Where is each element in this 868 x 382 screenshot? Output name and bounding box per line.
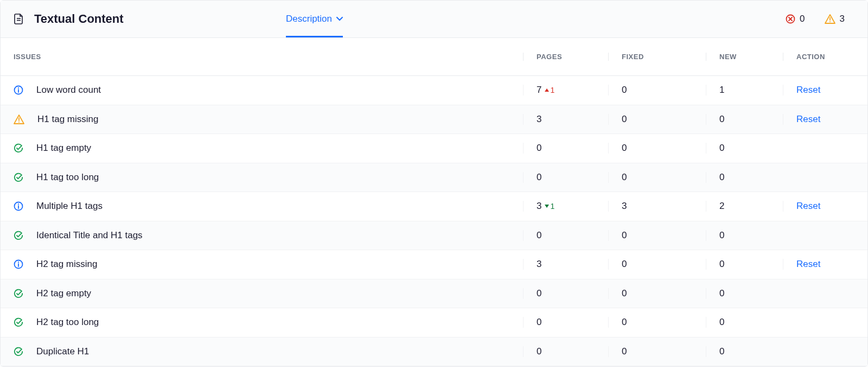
check-icon bbox=[14, 173, 23, 182]
reset-button[interactable]: Reset bbox=[796, 201, 820, 211]
issue-name[interactable]: Multiple H1 tags bbox=[36, 201, 103, 212]
pages-value: 0 bbox=[537, 346, 541, 357]
table-row: Low word count7101Reset bbox=[1, 76, 867, 105]
new-cell: 1 bbox=[706, 85, 783, 96]
error-icon bbox=[786, 14, 795, 24]
svg-point-6 bbox=[829, 21, 831, 22]
new-cell: 0 bbox=[706, 317, 783, 328]
info-icon bbox=[14, 259, 23, 269]
tab-wrap: Description bbox=[286, 1, 343, 37]
pages-cell: 3 bbox=[523, 259, 608, 270]
table-row: Identical Title and H1 tags000 bbox=[1, 221, 867, 251]
check-icon bbox=[14, 289, 23, 298]
table-row: H2 tag empty000 bbox=[1, 279, 867, 309]
fixed-cell: 0 bbox=[608, 114, 706, 125]
warning-count-stat: 3 bbox=[825, 14, 845, 24]
delta-down-icon: 1 bbox=[545, 202, 554, 211]
table-row: H2 tag missing300Reset bbox=[1, 250, 867, 279]
pages-value[interactable]: 3 bbox=[537, 201, 541, 212]
issue-name[interactable]: H2 tag missing bbox=[36, 259, 97, 270]
new-cell: 0 bbox=[706, 172, 783, 183]
warning-icon bbox=[825, 14, 835, 24]
reset-button[interactable]: Reset bbox=[796, 259, 820, 269]
check-icon bbox=[14, 347, 23, 356]
pages-value[interactable]: 3 bbox=[537, 259, 541, 270]
table-row: Multiple H1 tags3132Reset bbox=[1, 192, 867, 221]
issue-cell: H2 tag missing bbox=[1, 259, 523, 270]
pages-cell: 3 bbox=[523, 114, 608, 125]
table-row: Duplicate H1000 bbox=[1, 338, 867, 367]
pages-cell: 0 bbox=[523, 346, 608, 357]
issue-name[interactable]: Identical Title and H1 tags bbox=[36, 230, 143, 241]
action-cell: Reset bbox=[783, 259, 867, 270]
fixed-cell: 0 bbox=[608, 259, 706, 270]
table-head: Issues Pages Fixed New Action bbox=[1, 38, 867, 76]
issue-name[interactable]: Low word count bbox=[36, 85, 101, 96]
header-left: Textual Content bbox=[14, 12, 124, 26]
warning-count: 3 bbox=[840, 14, 845, 24]
pages-value[interactable]: 7 bbox=[537, 85, 541, 96]
fixed-cell: 0 bbox=[608, 288, 706, 299]
error-count-stat: 0 bbox=[786, 14, 805, 24]
table-row: H1 tag empty000 bbox=[1, 134, 867, 163]
table-row: H2 tag too long000 bbox=[1, 308, 867, 338]
issue-cell: H2 tag empty bbox=[1, 288, 523, 299]
issue-cell: H2 tag too long bbox=[1, 317, 523, 328]
warning-icon bbox=[14, 114, 24, 124]
info-icon bbox=[14, 201, 23, 211]
header-stats: 0 3 bbox=[786, 14, 854, 24]
pages-cell: 0 bbox=[523, 230, 608, 241]
action-cell: Reset bbox=[783, 85, 867, 96]
svg-point-13 bbox=[18, 203, 19, 205]
issue-cell: H1 tag too long bbox=[1, 172, 523, 183]
pages-value: 0 bbox=[537, 172, 541, 183]
svg-point-11 bbox=[18, 122, 20, 123]
fixed-cell: 0 bbox=[608, 143, 706, 154]
pages-value[interactable]: 3 bbox=[537, 114, 541, 125]
issue-name[interactable]: H2 tag too long bbox=[36, 317, 99, 328]
svg-point-8 bbox=[18, 87, 19, 88]
tab-description[interactable]: Description bbox=[286, 1, 343, 37]
fixed-cell: 0 bbox=[608, 85, 706, 96]
issue-cell: Low word count bbox=[1, 85, 523, 96]
issue-name[interactable]: H1 tag too long bbox=[36, 172, 99, 183]
pages-cell: 0 bbox=[523, 317, 608, 328]
pages-cell: 0 bbox=[523, 288, 608, 299]
tab-label: Description bbox=[286, 14, 332, 24]
reset-button[interactable]: Reset bbox=[796, 114, 820, 124]
new-cell: 0 bbox=[706, 114, 783, 125]
delta-up-icon: 1 bbox=[545, 86, 554, 94]
svg-point-16 bbox=[18, 262, 19, 263]
issue-name[interactable]: H2 tag empty bbox=[36, 288, 91, 299]
issue-name[interactable]: Duplicate H1 bbox=[36, 346, 89, 357]
pages-cell: 31 bbox=[523, 201, 608, 212]
issue-cell: H1 tag empty bbox=[1, 143, 523, 154]
pages-value: 0 bbox=[537, 143, 541, 154]
info-icon bbox=[14, 85, 23, 95]
new-cell: 0 bbox=[706, 143, 783, 154]
textual-content-panel: Textual Content Description 0 bbox=[0, 0, 868, 367]
reset-button[interactable]: Reset bbox=[796, 85, 820, 95]
new-cell: 0 bbox=[706, 346, 783, 357]
pages-value: 0 bbox=[537, 317, 541, 328]
table-row: H1 tag too long000 bbox=[1, 163, 867, 193]
action-cell: Reset bbox=[783, 114, 867, 125]
check-icon bbox=[14, 143, 23, 153]
issue-cell: H1 tag missing bbox=[1, 114, 523, 125]
fixed-cell: 0 bbox=[608, 172, 706, 183]
issue-cell: Multiple H1 tags bbox=[1, 201, 523, 212]
pages-cell: 0 bbox=[523, 172, 608, 183]
issue-name[interactable]: H1 tag missing bbox=[37, 114, 98, 125]
document-icon bbox=[14, 13, 24, 25]
new-cell: 2 bbox=[706, 201, 783, 212]
issue-name[interactable]: H1 tag empty bbox=[36, 143, 91, 154]
action-cell: Reset bbox=[783, 201, 867, 212]
new-cell: 0 bbox=[706, 288, 783, 299]
check-icon bbox=[14, 317, 23, 327]
fixed-cell: 0 bbox=[608, 346, 706, 357]
issue-cell: Identical Title and H1 tags bbox=[1, 230, 523, 241]
col-issues: Issues bbox=[1, 53, 523, 61]
panel-title: Textual Content bbox=[34, 12, 124, 26]
pages-value: 0 bbox=[537, 288, 541, 299]
fixed-cell: 0 bbox=[608, 230, 706, 241]
